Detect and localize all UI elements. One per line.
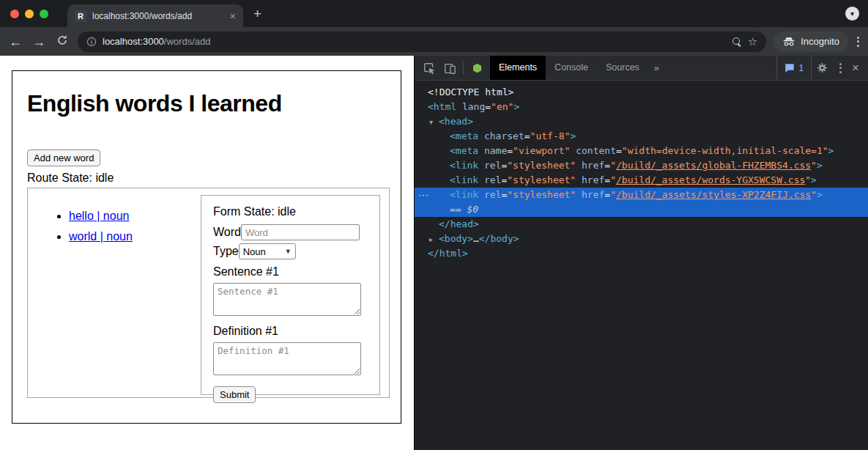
device-toolbar-icon[interactable] <box>439 56 460 81</box>
definition-label: Definition #1 <box>213 325 368 338</box>
devtools-tabs: ElementsConsoleSources <box>490 56 648 80</box>
dom-tree-line[interactable]: == $0 <box>415 202 868 217</box>
incognito-label: Incognito <box>801 36 839 47</box>
browser-window: R localhost:3000/words/add × + ▾ ← → loc… <box>0 0 868 450</box>
definition-textarea[interactable] <box>213 342 361 375</box>
issues-count: 1 <box>798 63 804 73</box>
fullscreen-window-button[interactable] <box>40 10 48 18</box>
form-state-text: Form State: idle <box>213 205 368 218</box>
type-select-value: Noun <box>243 246 266 257</box>
dom-tree-line[interactable]: <html lang="en"> <box>415 100 868 114</box>
word-form: Form State: idle Word Type Noun ▼ <box>201 195 380 395</box>
word-list-item: hello | noun <box>69 210 133 223</box>
dom-tree: <!DOCTYPE html><html lang="en">▾<head><m… <box>415 81 868 450</box>
chevron-down-icon: ▼ <box>285 248 292 255</box>
page-content: English words I learned Add new word Rou… <box>0 56 414 450</box>
node-options-icon[interactable]: ··· <box>418 188 429 202</box>
word-list: hello | nounworld | noun <box>34 210 133 391</box>
incognito-badge: Incognito <box>774 32 848 52</box>
minimize-window-button[interactable] <box>25 10 34 18</box>
tab-search-button[interactable]: ▾ <box>845 7 859 21</box>
new-tab-button[interactable]: + <box>253 6 261 22</box>
remix-favicon-icon: R <box>75 10 86 22</box>
page-info-icon[interactable] <box>86 37 97 47</box>
word-input[interactable] <box>241 224 360 240</box>
tab-title: localhost:3000/words/add <box>92 11 224 21</box>
address-bar[interactable]: localhost:3000/words/add ☆ <box>78 32 766 52</box>
page-title: English words I learned <box>27 90 388 117</box>
window-controls <box>0 10 59 18</box>
dom-tree-line[interactable]: ▸<body>…</body> <box>415 232 868 246</box>
reload-button[interactable] <box>54 34 70 48</box>
devtools-tab-console[interactable]: Console <box>546 56 597 80</box>
issues-bubble-icon <box>784 63 795 73</box>
browser-tab[interactable]: R localhost:3000/words/add × <box>67 4 243 27</box>
route-state-text: Route State: idle <box>27 171 388 185</box>
dom-tree-line[interactable]: ···<link rel="stylesheet" href="/build/_… <box>415 188 868 202</box>
reload-icon <box>56 34 68 46</box>
close-window-button[interactable] <box>10 10 19 18</box>
dom-tree-line[interactable]: <meta name="viewport" content="width=dev… <box>415 144 868 158</box>
node-hexagon-icon[interactable] <box>467 56 487 81</box>
issues-button[interactable]: 1 <box>776 56 812 80</box>
app-card: English words I learned Add new word Rou… <box>12 70 401 424</box>
zoom-icon[interactable] <box>732 37 742 47</box>
dom-tree-line[interactable]: <meta charset="utf-8"> <box>415 129 868 144</box>
bookmark-star-icon[interactable]: ☆ <box>748 35 757 48</box>
add-word-button[interactable]: Add new word <box>27 150 100 166</box>
dom-tree-line[interactable]: </head> <box>415 217 868 232</box>
sentence-label: Sentence #1 <box>213 265 368 279</box>
browser-menu-icon[interactable] <box>856 35 861 48</box>
word-list-item: world | noun <box>69 230 133 243</box>
incognito-spy-icon <box>782 37 795 47</box>
back-button[interactable]: ← <box>7 35 23 48</box>
word-link[interactable]: hello | noun <box>69 210 129 222</box>
dom-tree-line[interactable]: </html> <box>415 246 868 261</box>
sentence-textarea[interactable] <box>213 283 361 316</box>
forward-button[interactable]: → <box>31 35 47 48</box>
word-link[interactable]: world | noun <box>69 230 133 243</box>
devtools-toolbar: ElementsConsoleSources » 1 × <box>415 56 868 81</box>
devtools-close-button[interactable]: × <box>849 62 868 74</box>
words-panel: hello | nounworld | noun Form State: idl… <box>27 188 390 398</box>
tab-close-icon[interactable]: × <box>230 11 236 21</box>
more-panels-button[interactable]: » <box>648 62 665 73</box>
browser-toolbar: ← → localhost:3000/words/add ☆ Incognito <box>0 27 868 56</box>
type-select[interactable]: Noun ▼ <box>239 243 296 259</box>
type-label: Type <box>213 245 239 258</box>
devtools-tab-elements[interactable]: Elements <box>490 56 546 80</box>
word-label: Word <box>213 226 241 239</box>
dom-tree-line[interactable]: <link rel="stylesheet" href="/build/_ass… <box>415 158 868 173</box>
dom-tree-line[interactable]: ▾<head> <box>415 114 868 129</box>
submit-button[interactable]: Submit <box>213 386 256 403</box>
browser-tab-strip: R localhost:3000/words/add × + ▾ <box>0 0 868 27</box>
dom-tree-line[interactable]: <!DOCTYPE html> <box>415 85 868 100</box>
settings-gear-icon[interactable] <box>812 56 832 81</box>
expand-arrow-icon[interactable]: ▸ <box>429 232 439 247</box>
url-text[interactable]: localhost:3000/words/add <box>103 36 210 47</box>
devtools-tab-sources[interactable]: Sources <box>597 56 648 80</box>
collapse-arrow-icon[interactable]: ▾ <box>429 115 439 130</box>
devtools-panel: ElementsConsoleSources » 1 × <!DOCTYPE h… <box>414 56 868 450</box>
dom-tree-line[interactable]: <link rel="stylesheet" href="/build/_ass… <box>415 173 868 188</box>
devtools-menu-icon[interactable] <box>832 63 849 73</box>
inspect-element-icon[interactable] <box>419 56 439 81</box>
